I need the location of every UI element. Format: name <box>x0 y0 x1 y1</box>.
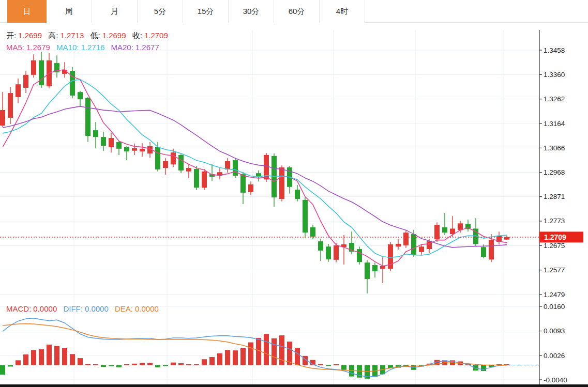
bottom-border <box>0 384 588 387</box>
low-value: 1.2699 <box>102 31 126 40</box>
macd-bar <box>233 350 238 365</box>
candle-body <box>93 130 98 137</box>
candle-body <box>248 184 253 192</box>
candle-body <box>140 149 145 151</box>
candle-body <box>365 262 370 279</box>
macd-bar <box>109 365 114 366</box>
macd-bar <box>78 358 83 365</box>
axis-tick-label: 1.3066 <box>544 144 565 152</box>
candle-body <box>85 98 91 136</box>
axis-tick-label: 1.2871 <box>544 193 565 200</box>
kline-app: 日周月5分15分30分60分4时 开:1.2699 高:1.2713 低:1.2… <box>0 0 588 387</box>
low-label: 低: <box>90 31 100 40</box>
axis-tick-label: 0.0026 <box>544 352 565 360</box>
candle-body <box>8 93 13 118</box>
diff-label: DIFF: <box>63 304 83 313</box>
candle-body <box>225 161 230 169</box>
tab-30min[interactable]: 30分 <box>229 0 274 23</box>
tab-week[interactable]: 周 <box>47 0 92 23</box>
candle-body <box>481 247 486 257</box>
close-label: 收: <box>132 31 142 40</box>
axis-tick-label: 1.3458 <box>544 47 565 54</box>
high-value: 1.2713 <box>60 31 84 40</box>
candle-body <box>109 138 114 147</box>
candle-body <box>178 155 184 171</box>
chart-svg[interactable]: 1.34581.33601.32621.31641.30661.29681.28… <box>0 0 588 387</box>
macd-bar <box>194 364 199 365</box>
high-label: 高: <box>48 31 58 40</box>
diff-line <box>3 318 507 377</box>
macd-info-bar: MACD:0.0000 DIFF:0.0000 DEA:0.0000 <box>6 304 163 313</box>
macd-bar <box>47 345 52 365</box>
tab-5min[interactable]: 5分 <box>138 0 183 23</box>
diff-value: 0.0000 <box>85 304 109 313</box>
macd-bar <box>140 363 145 365</box>
candle-body <box>132 148 137 151</box>
candle-body <box>16 84 21 97</box>
macd-value: 0.0000 <box>33 304 57 313</box>
candle-body <box>458 223 463 230</box>
close-value: 1.2709 <box>144 31 168 40</box>
macd-layer <box>0 318 539 379</box>
macd-bar <box>0 365 5 375</box>
candle-body <box>163 161 168 168</box>
candle-body <box>233 160 238 176</box>
candle-body <box>279 167 284 199</box>
tab-60min[interactable]: 60分 <box>274 0 320 23</box>
macd-bar <box>85 364 91 365</box>
macd-bar <box>155 365 160 367</box>
candle-body <box>442 227 447 233</box>
price-axis: 1.34581.33601.32621.31641.30661.29681.28… <box>539 30 583 384</box>
candle-body <box>124 147 129 151</box>
macd-bar <box>248 343 253 365</box>
ma10-value: 1.2716 <box>81 43 104 52</box>
candle-body <box>194 169 199 188</box>
macd-bar <box>264 334 269 365</box>
candle-body <box>0 110 5 126</box>
axis-tick-label: 0.0093 <box>544 327 565 335</box>
candle-body <box>116 142 122 149</box>
axis-tick-label: 1.3262 <box>544 95 565 103</box>
macd-bar <box>163 365 168 366</box>
candle-body <box>380 266 385 269</box>
tab-15min[interactable]: 15分 <box>183 0 229 23</box>
macd-bar <box>178 363 184 365</box>
macd-bar <box>217 353 222 365</box>
ohlc-info-bar: 开:1.2699 高:1.2713 低:1.2699 收:1.2709 <box>6 31 172 41</box>
macd-bar <box>202 359 207 365</box>
candle-body <box>202 172 207 188</box>
timeframe-tabbar: 日周月5分15分30分60分4时 <box>0 0 588 23</box>
tab-month[interactable]: 月 <box>92 0 138 23</box>
axis-tick-label: 1.2479 <box>544 291 565 299</box>
ma20-label: MA20: <box>111 43 133 52</box>
macd-bar <box>70 354 75 365</box>
macd-bar <box>481 365 486 371</box>
tab-4hour[interactable]: 4时 <box>320 0 365 23</box>
macd-bar <box>132 364 137 365</box>
macd-bar <box>272 338 277 365</box>
dea-label: DEA: <box>115 304 133 313</box>
candle-body <box>489 240 494 259</box>
macd-bar <box>31 350 36 365</box>
axis-tick-label: 1.2968 <box>544 168 565 176</box>
axis-tick-label: 1.2577 <box>544 266 565 274</box>
axis-tick-label: -0.0040 <box>544 376 567 384</box>
candle-body <box>318 241 323 251</box>
macd-bar <box>8 365 13 367</box>
candle-body <box>295 190 300 199</box>
open-value: 1.2699 <box>18 31 42 40</box>
macd-bar <box>171 363 176 365</box>
macd-bar <box>334 364 339 365</box>
macd-bar <box>93 364 98 365</box>
macd-bar <box>23 354 28 365</box>
tab-day[interactable]: 日 <box>7 0 47 23</box>
current-price-tag-label: 1.2709 <box>544 233 566 241</box>
candle-body <box>39 60 44 85</box>
candle-body <box>171 152 176 164</box>
candle-body <box>334 245 339 260</box>
candle-body <box>419 246 424 252</box>
ma20-line <box>3 106 507 247</box>
macd-label: MACD: <box>6 304 31 313</box>
axis-tick-label: 1.2675 <box>544 242 565 250</box>
macd-bar <box>225 350 230 365</box>
